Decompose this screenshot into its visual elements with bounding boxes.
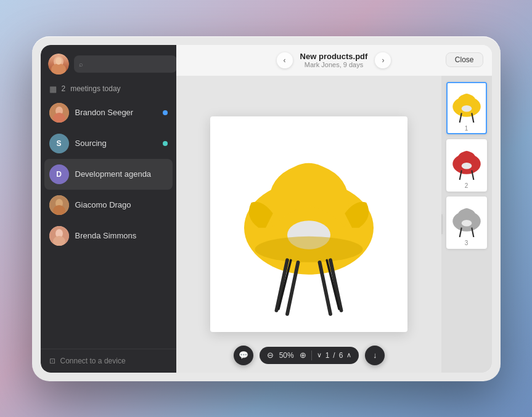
monitor: ⌕ + ▦ 2 meetings today: [32, 36, 501, 381]
chevron-down-icon[interactable]: ∨: [317, 351, 322, 359]
divider: [311, 350, 312, 360]
thumbnail-1[interactable]: 1: [446, 82, 487, 134]
user-avatar-image: [48, 54, 69, 75]
sidebar-item-development[interactable]: D Development agenda: [44, 159, 173, 190]
prev-page-button[interactable]: ‹: [277, 52, 293, 68]
thumbnail-3-chair: [448, 199, 486, 237]
meetings-row: ▦ 2 meetings today: [41, 81, 176, 97]
thumbnail-1-chair: [448, 84, 486, 123]
zoom-in-icon[interactable]: ⊕: [300, 350, 306, 360]
calendar-icon: ▦: [49, 84, 57, 94]
sidebar-list: Brandon Seeger S Sourcing D Develo: [41, 97, 176, 349]
connect-device-label: Connect to a device: [60, 357, 126, 365]
close-button[interactable]: Close: [446, 52, 483, 67]
download-icon: ↓: [373, 350, 377, 360]
search-bar[interactable]: ⌕: [74, 55, 177, 73]
screen: ⌕ + ▦ 2 meetings today: [41, 45, 492, 373]
sidebar-item-brandon-seeger[interactable]: Brandon Seeger: [41, 97, 176, 128]
avatar-dev: D: [49, 164, 69, 184]
thumbnail-2[interactable]: 2: [446, 139, 487, 192]
cast-icon: ⊡: [49, 357, 55, 365]
svg-point-26: [461, 163, 472, 169]
svg-point-1: [51, 63, 66, 75]
sidebar-item-brenda[interactable]: Brenda Simmons: [41, 221, 176, 251]
sidebar-label-brandon: Brandon Seeger: [75, 108, 157, 117]
meetings-count: 2: [62, 84, 66, 93]
thumbnail-1-image: [448, 83, 486, 124]
avatar-sourcing-initial: S: [56, 139, 61, 148]
rail-toggle-button[interactable]: ›: [441, 214, 443, 234]
svg-point-2: [55, 57, 62, 65]
avatar-brenda: [49, 226, 69, 246]
pdf-header: ‹ New products.pdf Mark Jones, 9 days › …: [176, 45, 492, 76]
indicator-sourcing: [163, 141, 168, 146]
thumbnail-3[interactable]: 3: [446, 196, 487, 249]
avatar-dev-initial: D: [56, 170, 62, 179]
sidebar-label-brenda: Brenda Simmons: [75, 231, 168, 240]
meetings-label: meetings today: [70, 84, 120, 93]
svg-point-30: [461, 220, 472, 226]
pdf-page: [210, 116, 407, 332]
sidebar-label-development: Development agenda: [75, 169, 168, 179]
zoom-level: 50%: [277, 351, 296, 360]
comment-button[interactable]: 💬: [234, 346, 253, 365]
thumbnail-2-image: [448, 140, 486, 181]
thumbnail-rail: › 1: [441, 76, 492, 373]
page-current: 1: [325, 351, 330, 360]
thumbnail-1-num: 1: [448, 124, 486, 133]
sidebar-label-sourcing: Sourcing: [75, 139, 157, 148]
search-icon: ⌕: [79, 60, 83, 68]
thumbnail-3-num: 3: [448, 238, 486, 248]
pdf-bottom-toolbar: 💬 ⊖ 50% ⊕ ∨ 1 / 6 ∧ ↓: [176, 346, 443, 365]
svg-point-14: [255, 236, 362, 262]
avatar-brandon: [49, 103, 69, 123]
sidebar: ⌕ + ▦ 2 meetings today: [41, 45, 176, 373]
sidebar-item-giacomo[interactable]: Giacomo Drago: [41, 190, 176, 221]
thumbnail-2-chair: [448, 142, 486, 180]
pdf-title: New products.pdf: [300, 52, 368, 61]
sidebar-label-giacomo: Giacomo Drago: [75, 200, 168, 209]
pdf-page-container: [176, 76, 441, 373]
avatar-sourcing: S: [49, 134, 69, 153]
pdf-body: › 1: [176, 76, 492, 373]
download-button[interactable]: ↓: [365, 346, 385, 365]
zoom-controls: ⊖ 50% ⊕ ∨ 1 / 6 ∧: [260, 347, 359, 364]
pdf-subtitle: Mark Jones, 9 days: [300, 61, 368, 68]
search-input[interactable]: [87, 60, 172, 68]
sidebar-header: ⌕ +: [41, 45, 176, 81]
avatar-giacomo: [49, 195, 69, 215]
pdf-title-block: New products.pdf Mark Jones, 9 days: [300, 52, 368, 68]
sidebar-item-sourcing[interactable]: S Sourcing: [41, 128, 176, 159]
comment-icon: 💬: [239, 350, 248, 360]
svg-point-22: [461, 105, 472, 111]
user-avatar: [48, 54, 69, 75]
thumbnail-2-num: 2: [448, 181, 486, 190]
pdf-viewer-area: ‹ New products.pdf Mark Jones, 9 days › …: [176, 45, 492, 373]
indicator-brandon: [163, 110, 168, 115]
thumbnail-3-image: [448, 198, 486, 238]
connect-device-row[interactable]: ⊡ Connect to a device: [41, 349, 176, 373]
chevron-up-icon[interactable]: ∧: [346, 351, 351, 359]
next-page-button[interactable]: ›: [375, 52, 391, 68]
page-total: 6: [339, 351, 343, 360]
page-separator: /: [333, 351, 335, 360]
chair-illustration: [210, 116, 407, 332]
zoom-out-icon[interactable]: ⊖: [267, 350, 274, 360]
